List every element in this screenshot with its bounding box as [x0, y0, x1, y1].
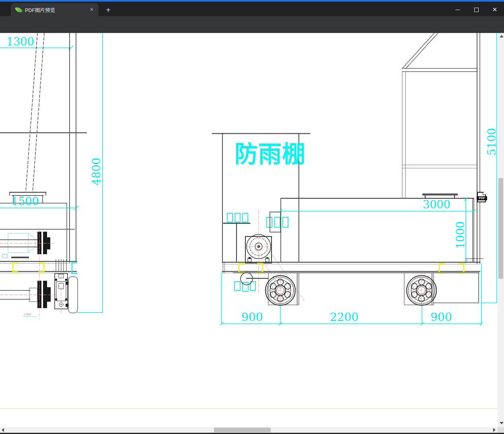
- vertical-scrollbar-thumb[interactable]: [498, 178, 503, 279]
- dim-1385: 1385: [24, 313, 31, 316]
- scrollbar-corner: [498, 427, 504, 433]
- horizontal-scrollbar-thumb[interactable]: [214, 428, 271, 432]
- shelter-label: 防雨棚: [235, 141, 306, 168]
- close-button[interactable]: ✕: [485, 3, 504, 16]
- tab-title: PDF图片预览: [25, 6, 88, 14]
- dim-5100: 5100: [486, 128, 497, 156]
- dim-2200: 2200: [330, 312, 358, 323]
- new-tab-button[interactable]: +: [103, 5, 113, 16]
- minimize-button[interactable]: [448, 3, 467, 16]
- dim-1500: 1500: [11, 196, 39, 207]
- dim-900-right: 900: [430, 312, 452, 323]
- pdf-view-button[interactable]: PDF: [477, 192, 486, 202]
- tab-close-icon[interactable]: ✕: [88, 6, 95, 13]
- maximize-icon: [474, 8, 479, 12]
- dim-900-left: 900: [241, 312, 263, 323]
- page-separator: [0, 408, 498, 409]
- dim-1000: 1000: [455, 221, 466, 249]
- tab-bar: PDF图片预览 ✕ + ✕: [0, 2, 504, 16]
- browser-toolbar: localhost:8012/onlinePreview?url=http%3A…: [0, 16, 504, 33]
- dim-4800: 4800: [91, 158, 102, 185]
- leaf-favicon-icon: [15, 6, 23, 14]
- dim-3000: 3000: [423, 199, 451, 210]
- scroll-down-icon[interactable]: [500, 422, 504, 424]
- cad-drawing: [0, 33, 498, 434]
- scroll-left-icon[interactable]: [2, 428, 4, 432]
- maximize-button[interactable]: [467, 3, 485, 16]
- close-icon: ✕: [492, 6, 498, 13]
- dimension-lines: [220, 33, 497, 325]
- scroll-up-icon[interactable]: [500, 35, 504, 37]
- tab-pdf-preview[interactable]: PDF图片预览 ✕: [11, 3, 99, 16]
- pdf-fold-corner: [483, 192, 486, 195]
- left-view: [0, 33, 103, 319]
- preview-page: 1300 4800 1500 防雨棚 3000 1000 5100 900 22…: [0, 33, 504, 434]
- dim-1300: 1300: [6, 36, 34, 47]
- window-controls: ✕: [448, 3, 504, 16]
- scroll-right-icon[interactable]: [493, 428, 496, 432]
- rear-frame: [402, 33, 480, 263]
- pdf-button-label: PDF: [477, 196, 487, 200]
- minimize-icon: [455, 10, 460, 10]
